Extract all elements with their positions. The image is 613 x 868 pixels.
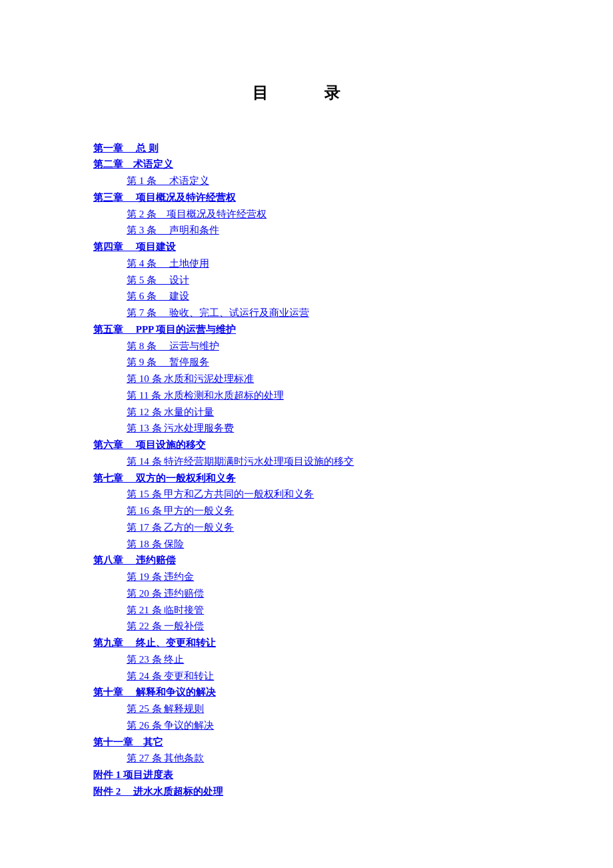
toc-link[interactable]: 第 27 条 其他条款 [127,753,204,763]
toc-chapter: 附件 1 项目进度表 [93,767,520,783]
toc-link[interactable]: 第 4 条 土地使用 [127,258,209,269]
toc-chapter: 第八章 违约赔偿 [93,552,520,569]
toc-chapter: 第一章 总 则 [93,140,520,157]
toc-link[interactable]: 第 13 条 污水处理服务费 [127,423,234,433]
toc-chapter: 第七章 双方的一般权利和义务 [93,470,520,487]
toc-chapter: 第九章 终止、变更和转让 [93,635,520,651]
toc-article: 第 19 条 违约金 [93,569,520,585]
toc-link[interactable]: 第 8 条 运营与维护 [127,341,219,351]
toc-link[interactable]: 第 25 条 解释规则 [127,703,204,714]
toc-link[interactable]: 第十一章 其它 [93,737,163,747]
toc-link[interactable]: 第 6 条 建设 [127,291,189,301]
toc-link[interactable]: 第 20 条 违约赔偿 [127,588,204,599]
toc-link[interactable]: 第 9 条 暂停服务 [127,357,209,367]
toc-chapter: 第五章 PPP 项目的运营与维护 [93,321,520,338]
toc-link[interactable]: 第 11 条 水质检测和水质超标的处理 [127,390,284,401]
toc-article: 第 4 条 土地使用 [93,255,520,272]
toc-article: 第 10 条 水质和污泥处理标准 [93,371,520,387]
toc-article: 第 11 条 水质检测和水质超标的处理 [93,387,520,404]
toc-link[interactable]: 第 3 条 声明和条件 [127,225,219,235]
toc-link[interactable]: 第 16 条 甲方的一般义务 [127,505,234,516]
toc-article: 第 5 条 设计 [93,272,520,289]
toc-article: 第 3 条 声明和条件 [93,222,520,239]
toc-link[interactable]: 第 17 条 乙方的一般义务 [127,522,234,533]
toc-article: 第 26 条 争议的解决 [93,717,520,734]
toc-article: 第 20 条 违约赔偿 [93,585,520,602]
toc-chapter: 第四章 项目建设 [93,239,520,255]
toc-article: 第 24 条 变更和转让 [93,668,520,685]
toc-article: 第 18 条 保险 [93,536,520,553]
toc-article: 第 17 条 乙方的一般义务 [93,519,520,536]
toc-chapter: 第三章 项目概况及特许经营权 [93,189,520,206]
toc-chapter: 第十一章 其它 [93,734,520,751]
toc-link[interactable]: 第 2 条 项目概况及特许经营权 [127,209,267,219]
toc-link[interactable]: 第八章 违约赔偿 [93,555,176,565]
toc-link[interactable]: 第 24 条 变更和转让 [127,671,214,681]
toc-link[interactable]: 第四章 项目建设 [93,241,176,252]
toc-link[interactable]: 第 18 条 保险 [127,539,184,549]
toc-article: 第 23 条 终止 [93,651,520,668]
toc-article: 第 7 条 验收、完工、试运行及商业运营 [93,305,520,321]
toc-chapter: 第十章 解释和争议的解决 [93,684,520,701]
toc-link[interactable]: 第 22 条 一般补偿 [127,621,204,631]
toc-link[interactable]: 附件 2 进水水质超标的处理 [93,786,223,797]
toc-link[interactable]: 第十章 解释和争议的解决 [93,687,216,697]
toc-article: 第 25 条 解释规则 [93,701,520,717]
table-of-contents: 第一章 总 则第二章 术语定义第 1 条 术语定义第三章 项目概况及特许经营权第… [93,140,520,800]
toc-link[interactable]: 第六章 项目设施的移交 [93,439,206,450]
toc-article: 第 6 条 建设 [93,288,520,305]
toc-link[interactable]: 第 12 条 水量的计量 [127,407,214,417]
toc-article: 第 16 条 甲方的一般义务 [93,503,520,519]
toc-article: 第 12 条 水量的计量 [93,404,520,421]
toc-article: 第 9 条 暂停服务 [93,354,520,371]
toc-link[interactable]: 第二章 术语定义 [93,159,173,169]
toc-article: 第 8 条 运营与维护 [93,338,520,355]
toc-link[interactable]: 第九章 终止、变更和转让 [93,637,216,648]
toc-article: 第 15 条 甲方和乙方共同的一般权利和义务 [93,486,520,503]
toc-link[interactable]: 第 23 条 终止 [127,654,184,665]
toc-chapter: 附件 2 进水水质超标的处理 [93,783,520,800]
toc-link[interactable]: 第 19 条 违约金 [127,571,194,582]
toc-link[interactable]: 附件 1 项目进度表 [93,769,173,780]
toc-link[interactable]: 第 5 条 设计 [127,275,189,285]
toc-link[interactable]: 第 26 条 争议的解决 [127,720,214,731]
toc-link[interactable]: 第一章 总 则 [93,143,159,153]
toc-article: 第 27 条 其他条款 [93,750,520,767]
toc-link[interactable]: 第 21 条 临时接管 [127,605,204,615]
toc-chapter: 第六章 项目设施的移交 [93,437,520,453]
page-title: 目 录 [93,80,520,107]
toc-link[interactable]: 第 14 条 特许经营期期满时污水处理项目设施的移交 [127,456,354,467]
toc-link[interactable]: 第五章 PPP 项目的运营与维护 [93,324,236,335]
toc-link[interactable]: 第七章 双方的一般权利和义务 [93,473,236,483]
toc-link[interactable]: 第 7 条 验收、完工、试运行及商业运营 [127,307,309,318]
toc-link[interactable]: 第三章 项目概况及特许经营权 [93,192,236,203]
toc-link[interactable]: 第 1 条 术语定义 [127,175,209,186]
toc-article: 第 22 条 一般补偿 [93,618,520,635]
toc-article: 第 1 条 术语定义 [93,173,520,189]
toc-chapter: 第二章 术语定义 [93,156,520,173]
toc-article: 第 2 条 项目概况及特许经营权 [93,206,520,223]
toc-article: 第 21 条 临时接管 [93,602,520,619]
toc-link[interactable]: 第 15 条 甲方和乙方共同的一般权利和义务 [127,489,314,499]
toc-link[interactable]: 第 10 条 水质和污泥处理标准 [127,373,254,384]
toc-article: 第 13 条 污水处理服务费 [93,420,520,437]
toc-article: 第 14 条 特许经营期期满时污水处理项目设施的移交 [93,453,520,470]
